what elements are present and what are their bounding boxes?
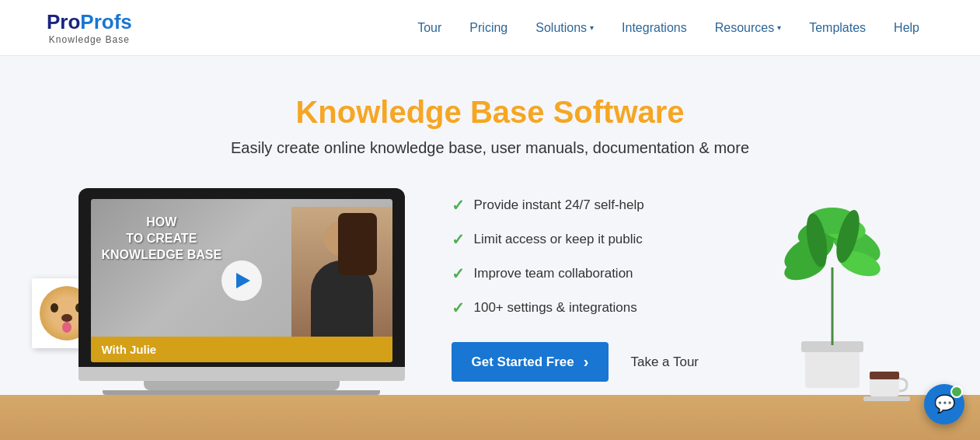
feature-text-1: Provide instant 24/7 self-help — [474, 197, 644, 213]
logo-pro-text: Pro — [47, 10, 80, 33]
nav-item-integrations[interactable]: Integrations — [608, 21, 701, 35]
laptop-screen-inner: HOW TO CREATE KNOWLEDGE BASE — [91, 199, 392, 362]
cta-area: Get Started Free › Take a Tour — [452, 342, 716, 382]
take-tour-link[interactable]: Take a Tour — [630, 354, 699, 370]
nav-item-tour[interactable]: Tour — [403, 21, 455, 35]
feature-item-3: ✓ Improve team collaboration — [452, 264, 716, 283]
hero-title: Knowledge Base Software — [47, 95, 933, 130]
get-started-label: Get Started Free — [472, 354, 574, 370]
chat-bubble[interactable]: 💬 — [924, 384, 964, 424]
navbar: ProProfs Knowledge Base Tour Pricing Sol… — [0, 0, 980, 56]
desk-surface — [0, 395, 980, 440]
nav-item-templates[interactable]: Templates — [795, 21, 880, 35]
laptop: HOW TO CREATE KNOWLEDGE BASE — [78, 188, 405, 395]
feature-text-2: Limit access or keep it public — [474, 232, 643, 247]
play-button[interactable] — [221, 260, 262, 301]
dog-nose — [61, 314, 72, 322]
arrow-icon: › — [584, 353, 589, 371]
hero-subtitle: Easily create online knowledge base, use… — [47, 139, 933, 157]
laptop-base — [78, 367, 405, 381]
resources-chevron-icon: ▾ — [777, 23, 781, 32]
hero-content: HOW TO CREATE KNOWLEDGE BASE — [47, 188, 933, 395]
logo-profs-text: Profs — [80, 10, 131, 33]
laptop-stand — [144, 381, 340, 390]
check-icon-3: ✓ — [452, 264, 465, 283]
svg-rect-12 — [863, 396, 910, 401]
nav-item-resources[interactable]: Resources ▾ — [701, 21, 795, 35]
logo[interactable]: ProProfs Knowledge Base — [47, 10, 132, 45]
check-icon-4: ✓ — [452, 299, 465, 317]
laptop-screen-outer: HOW TO CREATE KNOWLEDGE BASE — [78, 188, 405, 367]
laptop-wrapper: HOW TO CREATE KNOWLEDGE BASE — [78, 188, 405, 395]
coffee-cup-svg — [863, 360, 910, 403]
dog-tongue — [62, 322, 71, 333]
hero-section: Knowledge Base Software Easily create on… — [0, 56, 980, 440]
svg-rect-11 — [870, 372, 899, 379]
dog-eye-left — [51, 303, 58, 313]
nav-item-pricing[interactable]: Pricing — [455, 21, 521, 35]
check-icon-2: ✓ — [452, 230, 465, 249]
solutions-chevron-icon: ▾ — [590, 23, 594, 32]
feature-text-3: Improve team collaboration — [474, 266, 633, 281]
feature-item-2: ✓ Limit access or keep it public — [452, 230, 716, 249]
features-area: ✓ Provide instant 24/7 self-help ✓ Limit… — [452, 188, 716, 382]
nav-item-help[interactable]: Help — [880, 21, 933, 35]
plant-decoration — [762, 190, 902, 395]
desk-items — [863, 360, 910, 403]
person-hair — [338, 213, 377, 275]
logo-subtitle: Knowledge Base — [49, 34, 130, 45]
feature-item-4: ✓ 100+ settings & integrations — [452, 299, 716, 317]
get-started-button[interactable]: Get Started Free › — [452, 342, 609, 382]
nav-item-solutions[interactable]: Solutions ▾ — [521, 21, 608, 35]
laptop-foot — [103, 390, 380, 395]
video-overlay-text: HOW TO CREATE KNOWLEDGE BASE — [102, 215, 222, 263]
chat-icon: 💬 — [934, 394, 955, 414]
feature-item-1: ✓ Provide instant 24/7 self-help — [452, 196, 716, 215]
video-thumbnail[interactable]: HOW TO CREATE KNOWLEDGE BASE — [91, 199, 392, 362]
play-icon — [236, 273, 250, 288]
check-icon-1: ✓ — [452, 196, 465, 215]
with-julie-label: With Julie — [91, 337, 392, 362]
feature-text-4: 100+ settings & integrations — [474, 300, 637, 316]
nav-links: Tour Pricing Solutions ▾ Integrations Re… — [403, 21, 933, 35]
